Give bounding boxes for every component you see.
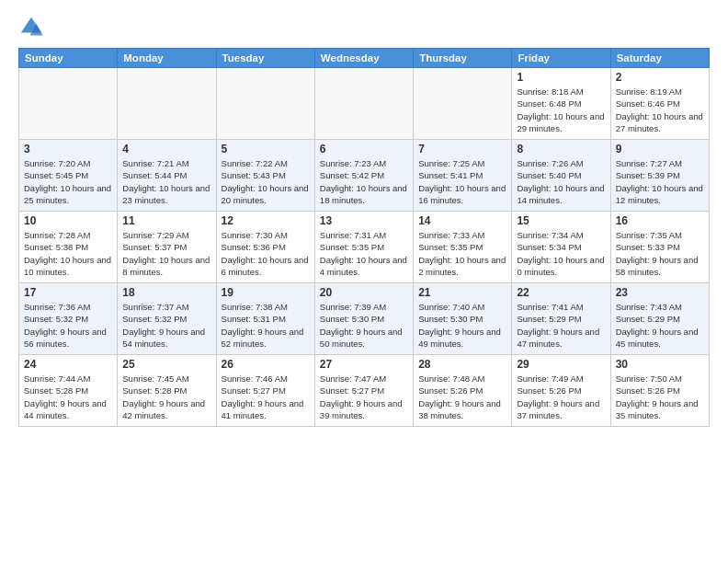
day-info: Sunrise: 7:40 AM Sunset: 5:30 PM Dayligh…: [418, 301, 506, 350]
weekday-header-row: SundayMondayTuesdayWednesdayThursdayFrid…: [19, 49, 710, 68]
day-info: Sunrise: 7:27 AM Sunset: 5:39 PM Dayligh…: [616, 157, 704, 206]
day-number: 21: [418, 286, 506, 299]
day-number: 3: [24, 143, 112, 155]
day-number: 9: [616, 143, 704, 155]
week-row-2: 10Sunrise: 7:28 AM Sunset: 5:38 PM Dayli…: [19, 212, 710, 283]
calendar-cell: 18Sunrise: 7:37 AM Sunset: 5:32 PM Dayli…: [118, 283, 216, 355]
day-number: 17: [24, 286, 112, 299]
calendar-cell: 9Sunrise: 7:27 AM Sunset: 5:39 PM Daylig…: [610, 140, 709, 212]
day-number: 5: [222, 143, 310, 155]
weekday-header-tuesday: Tuesday: [216, 49, 314, 68]
day-number: 13: [320, 214, 408, 227]
calendar-cell: 16Sunrise: 7:35 AM Sunset: 5:33 PM Dayli…: [610, 212, 709, 283]
calendar-cell: 6Sunrise: 7:23 AM Sunset: 5:42 PM Daylig…: [314, 140, 413, 212]
day-number: 4: [122, 143, 210, 155]
logo-icon: [18, 15, 44, 40]
logo: [18, 15, 48, 40]
calendar-cell: 7Sunrise: 7:25 AM Sunset: 5:41 PM Daylig…: [414, 140, 512, 212]
day-info: Sunrise: 7:46 AM Sunset: 5:27 PM Dayligh…: [222, 373, 310, 421]
day-info: Sunrise: 7:31 AM Sunset: 5:35 PM Dayligh…: [320, 229, 408, 278]
day-number: 7: [418, 143, 506, 155]
day-info: Sunrise: 7:21 AM Sunset: 5:44 PM Dayligh…: [122, 157, 210, 206]
calendar-cell: [414, 68, 512, 140]
calendar-cell: [216, 68, 314, 140]
calendar-cell: 11Sunrise: 7:29 AM Sunset: 5:37 PM Dayli…: [118, 212, 216, 283]
day-info: Sunrise: 7:39 AM Sunset: 5:30 PM Dayligh…: [320, 301, 408, 350]
calendar-cell: 2Sunrise: 8:19 AM Sunset: 6:46 PM Daylig…: [610, 68, 709, 140]
day-number: 15: [517, 214, 605, 227]
day-info: Sunrise: 7:30 AM Sunset: 5:36 PM Dayligh…: [222, 229, 310, 278]
day-number: 8: [517, 143, 605, 155]
day-info: Sunrise: 7:33 AM Sunset: 5:35 PM Dayligh…: [418, 229, 506, 278]
calendar-cell: 25Sunrise: 7:45 AM Sunset: 5:28 PM Dayli…: [118, 355, 216, 427]
day-info: Sunrise: 7:47 AM Sunset: 5:27 PM Dayligh…: [320, 373, 408, 421]
day-number: 30: [616, 358, 704, 371]
day-number: 27: [320, 358, 408, 371]
day-number: 16: [616, 214, 704, 227]
weekday-header-wednesday: Wednesday: [314, 49, 413, 68]
day-info: Sunrise: 7:48 AM Sunset: 5:26 PM Dayligh…: [418, 373, 506, 421]
calendar-cell: 12Sunrise: 7:30 AM Sunset: 5:36 PM Dayli…: [216, 212, 314, 283]
day-info: Sunrise: 7:37 AM Sunset: 5:32 PM Dayligh…: [122, 301, 210, 350]
calendar-cell: [314, 68, 413, 140]
day-info: Sunrise: 7:41 AM Sunset: 5:29 PM Dayligh…: [517, 301, 605, 350]
day-info: Sunrise: 7:50 AM Sunset: 5:26 PM Dayligh…: [616, 373, 704, 421]
weekday-header-saturday: Saturday: [610, 49, 709, 68]
day-number: 6: [320, 143, 408, 155]
calendar-cell: 13Sunrise: 7:31 AM Sunset: 5:35 PM Dayli…: [314, 212, 413, 283]
page: SundayMondayTuesdayWednesdayThursdayFrid…: [0, 0, 728, 563]
calendar-cell: 20Sunrise: 7:39 AM Sunset: 5:30 PM Dayli…: [314, 283, 413, 355]
day-info: Sunrise: 7:43 AM Sunset: 5:29 PM Dayligh…: [616, 301, 704, 350]
day-number: 1: [517, 71, 605, 84]
calendar-cell: 21Sunrise: 7:40 AM Sunset: 5:30 PM Dayli…: [414, 283, 512, 355]
day-info: Sunrise: 7:35 AM Sunset: 5:33 PM Dayligh…: [616, 229, 704, 278]
calendar-cell: 24Sunrise: 7:44 AM Sunset: 5:28 PM Dayli…: [19, 355, 118, 427]
calendar-cell: 5Sunrise: 7:22 AM Sunset: 5:43 PM Daylig…: [216, 140, 314, 212]
calendar-cell: [19, 68, 118, 140]
calendar-cell: 29Sunrise: 7:49 AM Sunset: 5:26 PM Dayli…: [512, 355, 610, 427]
day-number: 14: [418, 214, 506, 227]
weekday-header-thursday: Thursday: [414, 49, 512, 68]
day-number: 19: [222, 286, 310, 299]
day-info: Sunrise: 7:20 AM Sunset: 5:45 PM Dayligh…: [24, 157, 112, 206]
calendar-cell: 26Sunrise: 7:46 AM Sunset: 5:27 PM Dayli…: [216, 355, 314, 427]
calendar-cell: 1Sunrise: 8:18 AM Sunset: 6:48 PM Daylig…: [512, 68, 610, 140]
day-info: Sunrise: 7:36 AM Sunset: 5:32 PM Dayligh…: [24, 301, 112, 350]
weekday-header-monday: Monday: [118, 49, 216, 68]
calendar-cell: [118, 68, 216, 140]
day-info: Sunrise: 7:49 AM Sunset: 5:26 PM Dayligh…: [517, 373, 605, 421]
day-info: Sunrise: 8:18 AM Sunset: 6:48 PM Dayligh…: [517, 86, 605, 134]
day-number: 29: [517, 358, 605, 371]
day-number: 24: [24, 358, 112, 371]
day-info: Sunrise: 7:29 AM Sunset: 5:37 PM Dayligh…: [122, 229, 210, 278]
day-number: 2: [616, 71, 704, 84]
calendar: SundayMondayTuesdayWednesdayThursdayFrid…: [18, 48, 710, 427]
day-number: 25: [122, 358, 210, 371]
day-info: Sunrise: 7:28 AM Sunset: 5:38 PM Dayligh…: [24, 229, 112, 278]
calendar-cell: 30Sunrise: 7:50 AM Sunset: 5:26 PM Dayli…: [610, 355, 709, 427]
day-info: Sunrise: 8:19 AM Sunset: 6:46 PM Dayligh…: [616, 86, 704, 134]
week-row-1: 3Sunrise: 7:20 AM Sunset: 5:45 PM Daylig…: [19, 140, 710, 212]
day-number: 23: [616, 286, 704, 299]
calendar-cell: 14Sunrise: 7:33 AM Sunset: 5:35 PM Dayli…: [414, 212, 512, 283]
week-row-0: 1Sunrise: 8:18 AM Sunset: 6:48 PM Daylig…: [19, 68, 710, 140]
day-info: Sunrise: 7:26 AM Sunset: 5:40 PM Dayligh…: [517, 157, 605, 206]
day-info: Sunrise: 7:34 AM Sunset: 5:34 PM Dayligh…: [517, 229, 605, 278]
day-info: Sunrise: 7:38 AM Sunset: 5:31 PM Dayligh…: [222, 301, 310, 350]
calendar-cell: 28Sunrise: 7:48 AM Sunset: 5:26 PM Dayli…: [414, 355, 512, 427]
week-row-4: 24Sunrise: 7:44 AM Sunset: 5:28 PM Dayli…: [19, 355, 710, 427]
header: [18, 15, 710, 40]
calendar-cell: 4Sunrise: 7:21 AM Sunset: 5:44 PM Daylig…: [118, 140, 216, 212]
calendar-cell: 17Sunrise: 7:36 AM Sunset: 5:32 PM Dayli…: [19, 283, 118, 355]
calendar-cell: 8Sunrise: 7:26 AM Sunset: 5:40 PM Daylig…: [512, 140, 610, 212]
day-info: Sunrise: 7:22 AM Sunset: 5:43 PM Dayligh…: [222, 157, 310, 206]
weekday-header-sunday: Sunday: [19, 49, 118, 68]
calendar-cell: 22Sunrise: 7:41 AM Sunset: 5:29 PM Dayli…: [512, 283, 610, 355]
calendar-cell: 19Sunrise: 7:38 AM Sunset: 5:31 PM Dayli…: [216, 283, 314, 355]
day-info: Sunrise: 7:23 AM Sunset: 5:42 PM Dayligh…: [320, 157, 408, 206]
calendar-cell: 3Sunrise: 7:20 AM Sunset: 5:45 PM Daylig…: [19, 140, 118, 212]
day-number: 10: [24, 214, 112, 227]
calendar-cell: 15Sunrise: 7:34 AM Sunset: 5:34 PM Dayli…: [512, 212, 610, 283]
weekday-header-friday: Friday: [512, 49, 610, 68]
day-number: 18: [122, 286, 210, 299]
